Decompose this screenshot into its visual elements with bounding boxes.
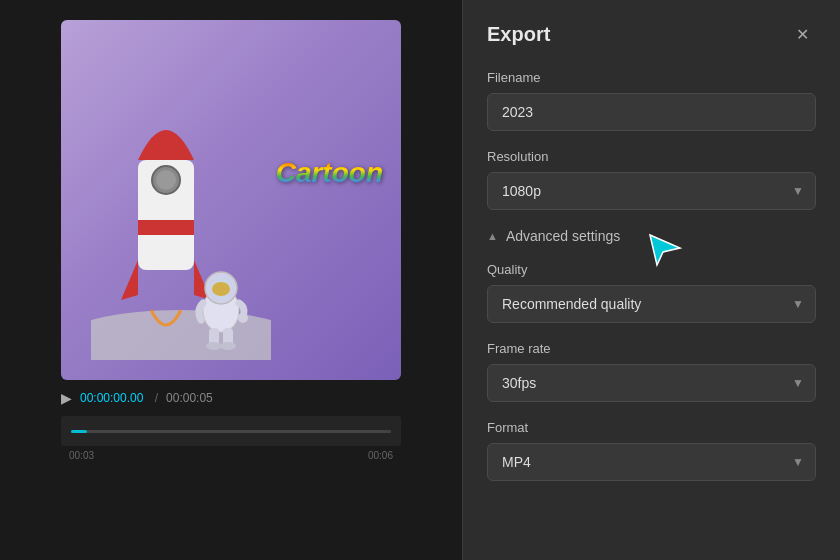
timeline-bar[interactable] <box>61 416 401 446</box>
time-separator: / <box>151 391 158 405</box>
framerate-label: Frame rate <box>487 341 816 356</box>
format-wrapper: MP4 MOV AVI MKV ▼ <box>487 443 816 481</box>
resolution-label: Resolution <box>487 149 816 164</box>
filename-input[interactable] <box>487 93 816 131</box>
resolution-wrapper: 1080p 720p 480p 4K ▼ <box>487 172 816 210</box>
close-button[interactable]: ✕ <box>788 20 816 48</box>
current-time: 00:00:00.00 <box>80 391 143 405</box>
format-select[interactable]: MP4 MOV AVI MKV <box>487 443 816 481</box>
quality-select[interactable]: Recommended quality Low Medium High <box>487 285 816 323</box>
chevron-up-icon: ▲ <box>487 230 498 242</box>
timeline-marker-end: 00:06 <box>368 450 393 461</box>
svg-point-9 <box>212 282 230 296</box>
quality-group: Quality Recommended quality Low Medium H… <box>487 262 816 323</box>
timeline-track <box>71 430 391 433</box>
svg-point-13 <box>206 342 222 350</box>
left-panel: Cartoon ▶ 00:00:00.00 / 00:00:05 00:03 0… <box>0 0 462 560</box>
svg-rect-5 <box>138 220 194 235</box>
advanced-settings-toggle[interactable]: ▲ Advanced settings <box>487 228 816 244</box>
timeline-marker-start: 00:03 <box>69 450 94 461</box>
framerate-group: Frame rate 30fps 24fps 60fps ▼ <box>487 341 816 402</box>
export-panel: Export ✕ Filename Resolution 1080p 720p … <box>462 0 840 560</box>
quality-wrapper: Recommended quality Low Medium High ▼ <box>487 285 816 323</box>
panel-title: Export <box>487 23 550 46</box>
format-group: Format MP4 MOV AVI MKV ▼ <box>487 420 816 481</box>
framerate-select[interactable]: 30fps 24fps 60fps <box>487 364 816 402</box>
timeline-markers: 00:03 00:06 <box>61 446 401 465</box>
framerate-wrapper: 30fps 24fps 60fps ▼ <box>487 364 816 402</box>
scene-illustration <box>91 80 271 360</box>
resolution-select[interactable]: 1080p 720p 480p 4K <box>487 172 816 210</box>
video-preview: Cartoon <box>61 20 401 380</box>
timeline-progress <box>71 430 87 433</box>
controls-bar: ▶ 00:00:00.00 / 00:00:05 <box>61 380 401 416</box>
svg-point-4 <box>156 170 176 190</box>
panel-header: Export ✕ <box>487 20 816 48</box>
filename-label: Filename <box>487 70 816 85</box>
total-time: 00:00:05 <box>166 391 213 405</box>
play-button[interactable]: ▶ <box>61 390 72 406</box>
quality-label: Quality <box>487 262 816 277</box>
video-thumbnail: Cartoon <box>61 20 401 380</box>
advanced-settings-label: Advanced settings <box>506 228 620 244</box>
resolution-group: Resolution 1080p 720p 480p 4K ▼ <box>487 149 816 210</box>
cartoon-text: Cartoon <box>276 157 383 189</box>
svg-point-14 <box>220 342 236 350</box>
filename-group: Filename <box>487 70 816 131</box>
format-label: Format <box>487 420 816 435</box>
svg-point-10 <box>238 313 248 323</box>
